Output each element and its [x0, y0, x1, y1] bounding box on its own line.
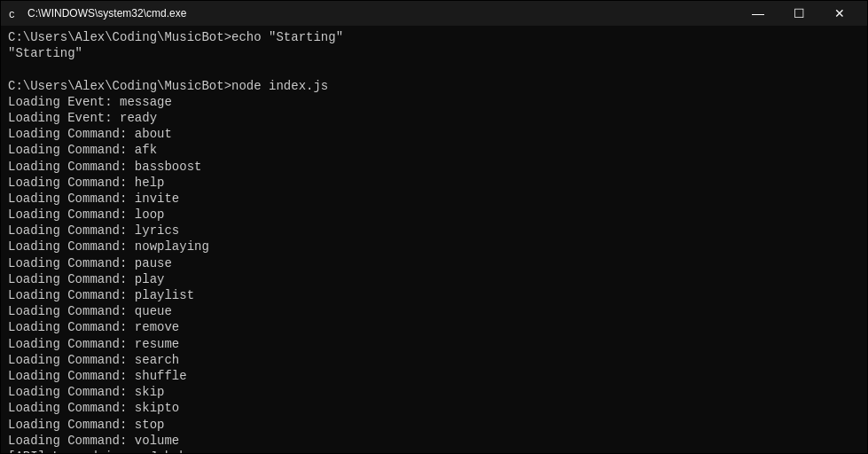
minimize-button[interactable]: —: [738, 1, 778, 26]
cmd-window: C C:\WINDOWS\system32\cmd.exe — ☐ ✕ C:\U…: [0, 0, 868, 454]
terminal-output[interactable]: C:\Users\Alex\Coding\MusicBot>echo "Star…: [1, 26, 867, 453]
maximize-button[interactable]: ☐: [778, 1, 819, 26]
window-title: C:\WINDOWS\system32\cmd.exe: [27, 7, 186, 20]
svg-text:C: C: [9, 10, 15, 20]
cmd-icon: C: [8, 6, 22, 20]
title-bar-left: C C:\WINDOWS\system32\cmd.exe: [8, 6, 186, 20]
close-button[interactable]: ✕: [819, 1, 860, 26]
window-controls: — ☐ ✕: [738, 1, 860, 26]
title-bar: C C:\WINDOWS\system32\cmd.exe — ☐ ✕: [1, 1, 867, 26]
